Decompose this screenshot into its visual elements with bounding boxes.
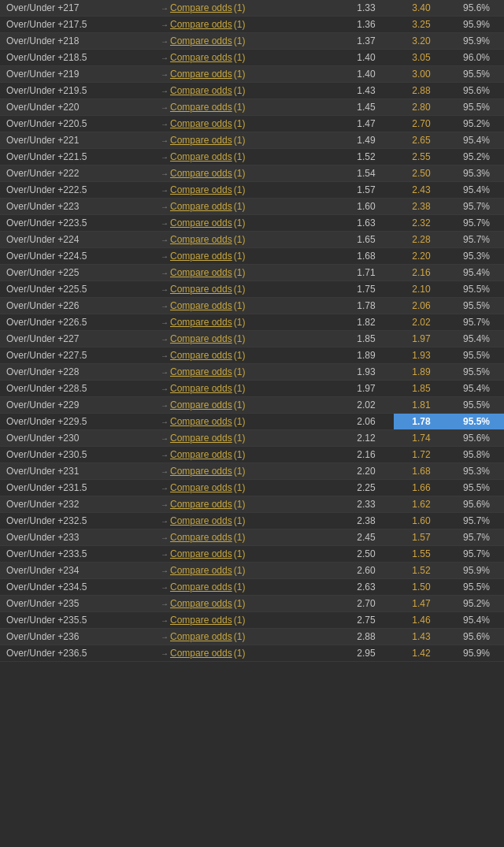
arrow-icon: → <box>161 335 169 344</box>
compare-odds-link[interactable]: Compare odds <box>170 267 232 278</box>
compare-odds-link[interactable]: Compare odds <box>170 2 232 13</box>
pct-value: 95.7% <box>449 548 504 559</box>
compare-odds-link[interactable]: Compare odds <box>170 151 232 162</box>
compare-cell: → Compare odds (1) <box>158 201 339 212</box>
compare-odds-link[interactable]: Compare odds <box>170 234 232 245</box>
pct-value: 95.9% <box>449 565 504 576</box>
compare-odds-link[interactable]: Compare odds <box>170 333 232 344</box>
arrow-icon: → <box>161 252 169 261</box>
table-row: Over/Under +234.5→ Compare odds (1)2.631… <box>0 579 504 596</box>
compare-odds-link[interactable]: Compare odds <box>170 251 232 262</box>
odds1-value: 2.16 <box>339 449 394 460</box>
arrow-icon: → <box>161 583 169 592</box>
compare-odds-link[interactable]: Compare odds <box>170 499 232 510</box>
odds2-value: 1.78 <box>394 414 449 429</box>
odds1-value: 1.37 <box>339 35 394 46</box>
table-row: Over/Under +222.5→ Compare odds (1)1.572… <box>0 182 504 199</box>
compare-odds-link[interactable]: Compare odds <box>170 85 232 96</box>
arrow-icon: → <box>161 351 169 360</box>
compare-cell: → Compare odds (1) <box>158 532 339 543</box>
compare-odds-link[interactable]: Compare odds <box>170 201 232 212</box>
compare-odds-link[interactable]: Compare odds <box>170 399 232 410</box>
compare-cell: → Compare odds (1) <box>158 548 339 559</box>
pct-value: 95.5% <box>449 300 504 311</box>
compare-odds-link[interactable]: Compare odds <box>170 532 232 543</box>
table-row: Over/Under +222→ Compare odds (1)1.542.5… <box>0 165 504 182</box>
compare-cell: → Compare odds (1) <box>158 85 339 96</box>
odds1-value: 1.36 <box>339 19 394 30</box>
compare-odds-link[interactable]: Compare odds <box>170 466 232 477</box>
compare-odds-link[interactable]: Compare odds <box>170 19 232 30</box>
compare-odds-link[interactable]: Compare odds <box>170 300 232 311</box>
compare-odds-link[interactable]: Compare odds <box>170 35 232 46</box>
compare-count: (1) <box>234 151 246 162</box>
odds1-value: 1.60 <box>339 201 394 212</box>
compare-cell: → Compare odds (1) <box>158 466 339 477</box>
compare-odds-link[interactable]: Compare odds <box>170 482 232 493</box>
compare-odds-link[interactable]: Compare odds <box>170 416 232 427</box>
pct-value: 95.6% <box>449 85 504 96</box>
odds2-value: 2.28 <box>394 234 449 245</box>
pct-value: 95.6% <box>449 631 504 642</box>
compare-cell: → Compare odds (1) <box>158 615 339 626</box>
odds2-value: 2.32 <box>394 217 449 228</box>
row-label: Over/Under +235.5 <box>0 615 158 626</box>
odds2-value: 1.74 <box>394 433 449 444</box>
compare-odds-link[interactable]: Compare odds <box>170 515 232 526</box>
compare-odds-link[interactable]: Compare odds <box>170 168 232 179</box>
compare-cell: → Compare odds (1) <box>158 19 339 30</box>
table-row: Over/Under +219.5→ Compare odds (1)1.432… <box>0 83 504 99</box>
compare-odds-link[interactable]: Compare odds <box>170 565 232 576</box>
odds1-value: 1.89 <box>339 350 394 361</box>
compare-odds-link[interactable]: Compare odds <box>170 598 232 609</box>
pct-value: 95.5% <box>449 350 504 361</box>
compare-count: (1) <box>234 217 246 228</box>
table-row: Over/Under +231.5→ Compare odds (1)2.251… <box>0 480 504 496</box>
compare-odds-link[interactable]: Compare odds <box>170 52 232 63</box>
compare-odds-link[interactable]: Compare odds <box>170 648 232 659</box>
compare-cell: → Compare odds (1) <box>158 217 339 228</box>
compare-cell: → Compare odds (1) <box>158 267 339 278</box>
arrow-icon: → <box>161 500 169 509</box>
compare-odds-link[interactable]: Compare odds <box>170 102 232 113</box>
pct-value: 95.4% <box>449 333 504 344</box>
arrow-icon: → <box>161 567 169 575</box>
compare-cell: → Compare odds (1) <box>158 482 339 493</box>
odds1-value: 2.50 <box>339 548 394 559</box>
compare-odds-link[interactable]: Compare odds <box>170 631 232 642</box>
compare-odds-link[interactable]: Compare odds <box>170 118 232 129</box>
compare-cell: → Compare odds (1) <box>158 433 339 444</box>
odds2-value: 1.55 <box>394 548 449 559</box>
compare-count: (1) <box>234 399 246 410</box>
odds2-value: 2.50 <box>394 168 449 179</box>
odds1-value: 2.12 <box>339 433 394 444</box>
compare-cell: → Compare odds (1) <box>158 284 339 295</box>
compare-odds-link[interactable]: Compare odds <box>170 615 232 626</box>
arrow-icon: → <box>161 37 169 46</box>
arrow-icon: → <box>161 219 169 228</box>
compare-odds-link[interactable]: Compare odds <box>170 581 232 593</box>
compare-odds-link[interactable]: Compare odds <box>170 366 232 377</box>
row-label: Over/Under +217 <box>0 2 158 13</box>
compare-cell: → Compare odds (1) <box>158 648 339 659</box>
compare-odds-link[interactable]: Compare odds <box>170 217 232 228</box>
odds1-value: 1.57 <box>339 184 394 195</box>
compare-odds-link[interactable]: Compare odds <box>170 284 232 295</box>
compare-odds-link[interactable]: Compare odds <box>170 69 232 80</box>
odds2-value: 2.02 <box>394 317 449 328</box>
pct-value: 95.7% <box>449 217 504 228</box>
compare-cell: → Compare odds (1) <box>158 2 339 13</box>
compare-odds-link[interactable]: Compare odds <box>170 350 232 361</box>
odds2-value: 3.05 <box>394 52 449 63</box>
compare-odds-link[interactable]: Compare odds <box>170 317 232 328</box>
compare-odds-link[interactable]: Compare odds <box>170 548 232 559</box>
compare-odds-link[interactable]: Compare odds <box>170 135 232 146</box>
odds2-value: 1.68 <box>394 466 449 477</box>
compare-odds-link[interactable]: Compare odds <box>170 449 232 460</box>
compare-odds-link[interactable]: Compare odds <box>170 184 232 195</box>
odds1-value: 1.82 <box>339 317 394 328</box>
compare-odds-link[interactable]: Compare odds <box>170 433 232 444</box>
row-label: Over/Under +221 <box>0 135 158 146</box>
compare-odds-link[interactable]: Compare odds <box>170 383 232 394</box>
arrow-icon: → <box>161 550 169 559</box>
